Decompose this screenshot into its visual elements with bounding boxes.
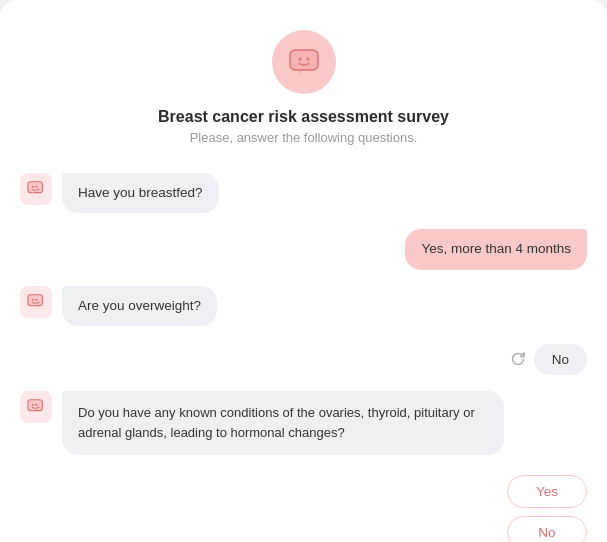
svg-point-11 [35,298,37,300]
response-text-a2: No [552,352,569,367]
yes-button[interactable]: Yes [507,475,587,508]
bot-bubble-q1: Have you breastfed? [62,173,219,213]
no-button[interactable]: No [507,516,587,542]
user-bubble-a1: Yes, more than 4 months [405,229,587,269]
survey-header: Breast cancer risk assessment survey Ple… [20,30,587,145]
response-row-a2: No [20,344,587,375]
svg-point-15 [35,403,37,405]
svg-point-14 [32,403,34,405]
message-row-q2: Are you overweight? [20,286,587,326]
refresh-icon[interactable] [510,351,526,367]
bot-icon-q3 [20,391,52,423]
svg-point-6 [32,186,34,188]
survey-title: Breast cancer risk assessment survey [158,108,449,126]
svg-point-10 [32,298,34,300]
svg-marker-8 [32,193,35,196]
chat-container: Breast cancer risk assessment survey Ple… [0,0,607,542]
svg-point-3 [306,58,309,61]
messages-list: Have you breastfed? Yes, more than 4 mon… [20,173,587,542]
bot-bubble-q3: Do you have any known conditions of the … [62,391,504,455]
bot-icon-q1 [20,173,52,205]
message-row-q1: Have you breastfed? [20,173,587,213]
bot-icon-q2 [20,286,52,318]
action-buttons: Yes No [20,475,587,542]
svg-marker-16 [32,410,35,413]
svg-marker-12 [32,305,35,308]
bot-bubble-q2: Are you overweight? [62,286,217,326]
svg-rect-0 [290,50,318,70]
message-row-a1: Yes, more than 4 months [20,229,587,269]
svg-point-2 [298,58,301,61]
survey-subtitle: Please, answer the following questions. [190,130,418,145]
svg-point-7 [35,186,37,188]
bot-avatar [272,30,336,94]
message-row-q3: Do you have any known conditions of the … [20,391,587,455]
svg-marker-4 [298,70,302,74]
response-bubble-a2: No [534,344,587,375]
